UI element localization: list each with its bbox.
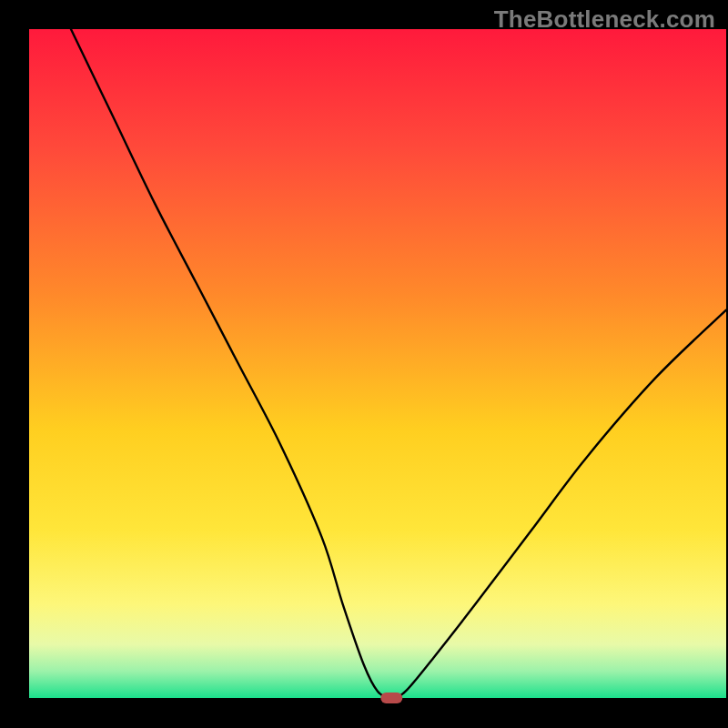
chart-svg <box>0 0 728 728</box>
minimum-marker <box>380 693 402 703</box>
bottleneck-chart: TheBottleneck.com <box>0 0 728 728</box>
plot-background <box>29 29 726 698</box>
